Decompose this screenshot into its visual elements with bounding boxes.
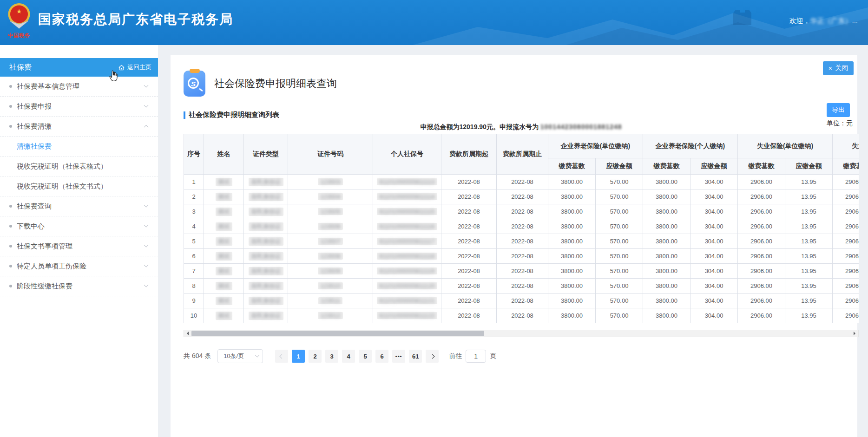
scroll-left-icon[interactable] bbox=[184, 330, 191, 337]
total-count-label: 共 604 条 bbox=[184, 352, 211, 360]
chevron-down-icon bbox=[255, 352, 260, 357]
cell-period-end: 2022-08 bbox=[497, 234, 548, 249]
column-header: 证件号码 bbox=[288, 134, 373, 175]
cell-amount-5: 2906.00 bbox=[738, 249, 785, 264]
cell-name: 测试 bbox=[204, 175, 244, 189]
sidebar-subitem[interactable]: 清缴社保费 bbox=[0, 137, 158, 157]
sidebar-item[interactable]: 社保费查询 bbox=[0, 196, 158, 216]
cell-id-no: 123507 bbox=[288, 234, 373, 249]
bullet-icon bbox=[9, 265, 12, 267]
cell-name: 测试 bbox=[204, 189, 244, 204]
table-row: 8测试居民身份证123510611010000008111202022-0820… bbox=[184, 279, 859, 294]
welcome-prefix: 欢迎， bbox=[789, 17, 810, 25]
page-number-button[interactable]: 4 bbox=[342, 350, 355, 363]
cell-id-no: 123505 bbox=[288, 204, 373, 219]
cell-amount-6: 13.95 bbox=[785, 189, 833, 204]
cell-amount-5: 2906.00 bbox=[738, 279, 785, 294]
group-column-header: 失业保险(个人缴纳) bbox=[833, 134, 859, 158]
redacted-value: 61101000000811116 bbox=[377, 223, 437, 230]
welcome-user-redacted: 华正（广东） bbox=[810, 17, 852, 25]
cell-ssn: 61101000000811116 bbox=[373, 219, 441, 234]
table-row: 1测试居民身份证123503611010000008111132022-0820… bbox=[184, 175, 859, 189]
next-page-button[interactable] bbox=[426, 350, 439, 363]
cell-id-type: 居民身份证 bbox=[244, 234, 288, 249]
redacted-value: 测试 bbox=[216, 193, 232, 201]
sidebar-item[interactable]: 下载中心 bbox=[0, 216, 158, 236]
ellipsis-icon[interactable]: ••• bbox=[392, 350, 405, 363]
page-number-button[interactable]: 5 bbox=[359, 350, 372, 363]
sidebar-header: 社保费 返回主页 bbox=[0, 58, 158, 77]
page-number-button[interactable]: 3 bbox=[325, 350, 338, 363]
scroll-right-icon[interactable] bbox=[851, 330, 858, 337]
goto-page-input[interactable] bbox=[466, 350, 486, 363]
sidebar-item[interactable]: 社保费基本信息管理 bbox=[0, 77, 158, 97]
sub-column-header: 缴费基数 bbox=[738, 158, 785, 175]
cell-seq: 10 bbox=[184, 308, 204, 323]
horizontal-scrollbar[interactable] bbox=[184, 330, 859, 337]
sidebar-menu: 社保费基本信息管理社保费申报社保费清缴清缴社保费税收完税证明（社保表格式）税收完… bbox=[0, 77, 158, 296]
top-banner: ★ 中国税务 国家税务总局广东省电子税务局 欢迎，华正（广东）... bbox=[0, 0, 868, 45]
page-number-button[interactable]: 2 bbox=[309, 350, 322, 363]
column-header: 序号 bbox=[184, 134, 204, 175]
cell-name: 测试 bbox=[204, 234, 244, 249]
svg-text:★: ★ bbox=[16, 8, 22, 15]
bullet-icon bbox=[9, 225, 12, 228]
redacted-value: 居民身份证 bbox=[249, 267, 283, 275]
cell-id-no: 123504 bbox=[288, 189, 373, 204]
cell-id-type: 居民身份证 bbox=[244, 294, 288, 308]
redacted-value: 61101000000811117 bbox=[377, 238, 437, 245]
redacted-value: 居民身份证 bbox=[249, 222, 283, 231]
cell-amount-1: 3800.00 bbox=[548, 175, 596, 189]
column-header: 证件类型 bbox=[244, 134, 288, 175]
cell-id-no: 123509 bbox=[288, 264, 373, 279]
page-number-button[interactable]: 61 bbox=[409, 350, 422, 363]
cell-amount-5: 2906.00 bbox=[738, 264, 785, 279]
sidebar-item[interactable]: 社保文书事项管理 bbox=[0, 236, 158, 256]
sidebar-item[interactable]: 社保费申报 bbox=[0, 97, 158, 117]
redacted-value: 123507 bbox=[318, 238, 342, 245]
page-number-button[interactable]: 1 bbox=[292, 350, 305, 363]
cell-period-end: 2022-08 bbox=[497, 294, 548, 308]
cell-period-end: 2022-08 bbox=[497, 279, 548, 294]
cell-amount-2: 570.00 bbox=[596, 264, 643, 279]
sidebar-item[interactable]: 阶段性缓缴社保费 bbox=[0, 276, 158, 296]
cell-amount-1: 3800.00 bbox=[548, 234, 596, 249]
cell-amount-7: 2906.00 bbox=[833, 234, 859, 249]
redacted-value: 123510 bbox=[318, 282, 342, 289]
sidebar-item[interactable]: 社保费清缴 bbox=[0, 117, 158, 137]
scrollbar-thumb[interactable] bbox=[191, 331, 484, 336]
redacted-value: 居民身份证 bbox=[249, 297, 283, 305]
close-button[interactable]: × 关闭 bbox=[823, 61, 854, 75]
table-row: 2测试居民身份证123504611010000008111142022-0820… bbox=[184, 189, 859, 204]
sub-column-header: 应缴金额 bbox=[596, 158, 643, 175]
cell-amount-3: 3800.00 bbox=[643, 294, 690, 308]
cell-name: 测试 bbox=[204, 279, 244, 294]
bullet-icon bbox=[9, 285, 12, 287]
cell-amount-2: 570.00 bbox=[596, 234, 643, 249]
redacted-value: 测试 bbox=[216, 297, 232, 305]
prev-page-button[interactable] bbox=[275, 350, 288, 363]
page-size-select[interactable]: 10条/页 bbox=[217, 349, 263, 363]
cell-period-end: 2022-08 bbox=[497, 175, 548, 189]
table-row: 7测试居民身份证123509611010000008111192022-0820… bbox=[184, 264, 859, 279]
redacted-value: 测试 bbox=[216, 282, 232, 290]
chevron-up-icon bbox=[144, 124, 149, 129]
sidebar-item-label: 特定人员单项工伤保险 bbox=[17, 262, 145, 271]
sidebar-item[interactable]: 特定人员单项工伤保险 bbox=[0, 256, 158, 276]
cell-amount-2: 570.00 bbox=[596, 308, 643, 323]
cell-id-type: 居民身份证 bbox=[244, 264, 288, 279]
return-home-button[interactable]: 返回主页 bbox=[118, 63, 151, 72]
sidebar-subitem[interactable]: 税收完税证明（社保文书式） bbox=[0, 176, 158, 196]
table-row: 5测试居民身份证123507611010000008111172022-0820… bbox=[184, 234, 859, 249]
cell-amount-7: 2906.00 bbox=[833, 264, 859, 279]
redacted-value: 测试 bbox=[216, 252, 232, 261]
page-number-button[interactable]: 6 bbox=[375, 350, 388, 363]
cell-ssn: 61101000000811122 bbox=[373, 308, 441, 323]
close-icon: × bbox=[829, 65, 832, 72]
export-button[interactable]: 导出 bbox=[827, 103, 850, 117]
cell-amount-2: 570.00 bbox=[596, 294, 643, 308]
sidebar-subitem[interactable]: 税收完税证明（社保表格式） bbox=[0, 157, 158, 176]
table-row: 4测试居民身份证123506611010000008111162022-0820… bbox=[184, 219, 859, 234]
welcome-text: 欢迎，华正（广东）... bbox=[789, 17, 858, 26]
redacted-value: 居民身份证 bbox=[249, 193, 283, 201]
